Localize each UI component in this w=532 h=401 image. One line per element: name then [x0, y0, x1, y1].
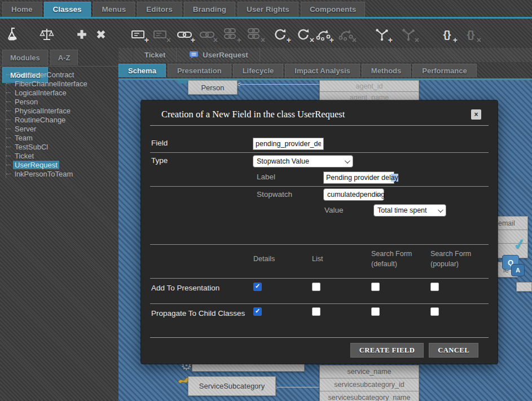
- create-field-button[interactable]: CREATE FIELD: [350, 343, 424, 358]
- delete-lifecycle-icon[interactable]: ×: [337, 25, 354, 44]
- compare-scales-icon[interactable]: [38, 25, 55, 44]
- tab-lifecycle[interactable]: Lifecycle: [233, 64, 284, 77]
- delete-linkset-icon[interactable]: ×: [246, 25, 263, 44]
- divider: [150, 186, 489, 187]
- sidebar-item-customercontract[interactable]: CustomerContract: [6, 70, 118, 79]
- tab-components[interactable]: Components: [301, 2, 366, 17]
- sidebar-item-team[interactable]: Team: [6, 133, 118, 142]
- divider: [150, 303, 489, 304]
- tab-performance[interactable]: Performance: [412, 64, 476, 77]
- test-flask-icon[interactable]: [5, 25, 21, 44]
- sidebar-item-fiberchannelinterface[interactable]: FiberChannelInterface: [6, 79, 118, 88]
- tab-impact-analysis[interactable]: Impact Analysis: [285, 64, 360, 77]
- type-label: Type: [151, 156, 168, 165]
- sidebar-item-userrequest[interactable]: UserRequest: [6, 160, 118, 169]
- tree-connector-icon: [6, 138, 11, 138]
- class-subtabs: SchemaPresentationLifecycleImpact Analys…: [118, 63, 532, 80]
- tab-menus[interactable]: Menus: [93, 2, 135, 17]
- field-row[interactable]: servicesubcategory_id: [320, 378, 419, 391]
- open-class-tabs: Ticket UserRequest: [118, 48, 532, 63]
- close-icon[interactable]: ×: [471, 109, 481, 120]
- divider: [150, 244, 489, 245]
- field-row[interactable]: servicesubcategory_name: [320, 391, 419, 401]
- stopwatch-select[interactable]: cumulatedpending: [323, 188, 384, 201]
- label-label: Label: [257, 173, 275, 181]
- sidebar-item-logicalinterface[interactable]: LogicalInterface: [6, 88, 118, 97]
- field-row[interactable]: service_name: [320, 365, 419, 378]
- partial-box[interactable]: [516, 282, 532, 292]
- tab-modules[interactable]: Modules: [2, 50, 48, 65]
- propagate-details-checkbox[interactable]: [253, 307, 262, 316]
- tree-connector-icon: [6, 111, 11, 111]
- add-class-icon[interactable]: +: [272, 25, 289, 44]
- person-class-box[interactable]: Person: [188, 80, 238, 95]
- label-input[interactable]: Pending provider delay: [323, 171, 394, 184]
- top-navigation: HomeClassesMenusEditorsBrandingUser Righ…: [0, 0, 532, 19]
- sidebar-item-server[interactable]: Server: [6, 124, 118, 133]
- tree-connector-icon: [6, 83, 11, 84]
- propagate-list-checkbox[interactable]: [312, 307, 320, 316]
- tree-connector-icon: [6, 165, 11, 165]
- type-select[interactable]: Stopwatch Value: [253, 155, 353, 168]
- delete-class-icon[interactable]: ×: [295, 25, 312, 44]
- delete-method-icon[interactable]: {} ×: [462, 25, 479, 44]
- sidebar-item-person[interactable]: Person: [6, 97, 118, 106]
- propagate-search-default-checkbox[interactable]: [371, 307, 380, 316]
- column-header-search-popular: Search Form (popular): [430, 249, 486, 269]
- tab-presentation[interactable]: Presentation: [168, 64, 231, 77]
- column-header-list: List: [312, 254, 367, 264]
- value-select[interactable]: Total time spent: [373, 204, 446, 217]
- sidebar-tabs: ModulesA-ZModified: [0, 48, 118, 67]
- class-tree: CustomerContract FiberChannelInterface L…: [6, 70, 118, 178]
- servicesubcategory-class-box[interactable]: ServiceSubcategory: [188, 376, 276, 396]
- tab-schema[interactable]: Schema: [118, 64, 166, 77]
- propagate-search-popular-checkbox[interactable]: [430, 307, 439, 316]
- add-link-icon[interactable]: +: [176, 25, 193, 44]
- divider: [150, 278, 489, 279]
- add-linkset-icon[interactable]: +: [222, 25, 239, 44]
- add-presentation-list-checkbox[interactable]: [312, 283, 320, 291]
- tab-classes[interactable]: Classes: [44, 2, 91, 17]
- sidebar-item-lnkpersontoteam[interactable]: lnkPersonToTeam: [6, 169, 118, 178]
- tree-connector-icon: [6, 147, 11, 147]
- delete-field-icon[interactable]: ×: [152, 25, 169, 44]
- tab-branding[interactable]: Branding: [184, 2, 235, 17]
- column-header-details: Details: [253, 254, 309, 264]
- stopwatch-label: Stopwatch: [257, 190, 292, 199]
- field-row[interactable]: email: [495, 217, 527, 230]
- doc-tab-ticket[interactable]: Ticket: [133, 48, 177, 62]
- tab-user-rights[interactable]: User Rights: [238, 2, 298, 17]
- add-lifecycle-icon[interactable]: +: [315, 25, 332, 44]
- add-method-icon[interactable]: {} +: [438, 25, 455, 44]
- tree-connector-icon: [6, 120, 11, 120]
- tree-connector-icon: [6, 92, 11, 93]
- delete-cross-icon[interactable]: [93, 25, 109, 44]
- sidebar-item-testsubcl[interactable]: TestSubCl: [6, 142, 118, 151]
- add-presentation-search-popular-checkbox[interactable]: [430, 283, 439, 291]
- partial-bar-box[interactable]: [192, 364, 305, 372]
- field-row[interactable]: agent_id: [320, 81, 419, 92]
- add-presentation-details-checkbox[interactable]: [253, 283, 262, 291]
- tab-methods[interactable]: Methods: [362, 64, 411, 77]
- add-relation-icon[interactable]: +: [373, 25, 390, 44]
- tab-a-z[interactable]: A-Z: [50, 50, 78, 65]
- service-fields-stack[interactable]: service_name servicesubcategory_id servi…: [319, 365, 419, 401]
- check-icon: ✓: [512, 235, 527, 254]
- agent-fields-stack[interactable]: agent_id agent_name: [319, 80, 419, 103]
- sidebar-item-ticket[interactable]: Ticket: [6, 151, 118, 160]
- sidebar-item-physicalinterface[interactable]: PhysicalInterface: [6, 106, 118, 115]
- column-header-search-default: Search Form (default): [371, 249, 427, 269]
- delete-relation-icon[interactable]: ×: [400, 25, 417, 44]
- delete-link-icon[interactable]: ×: [199, 25, 216, 44]
- add-presentation-search-default-checkbox[interactable]: [371, 283, 380, 291]
- tab-home[interactable]: Home: [2, 2, 42, 17]
- doc-tab-userrequest[interactable]: UserRequest: [177, 48, 260, 62]
- add-plus-icon[interactable]: [73, 25, 90, 44]
- sidebar-item-routinechange[interactable]: RoutineChange: [6, 115, 118, 124]
- field-input[interactable]: [253, 138, 324, 150]
- value-label: Value: [324, 206, 344, 214]
- cancel-button[interactable]: CANCEL: [429, 343, 478, 358]
- tab-editors[interactable]: Editors: [137, 2, 182, 17]
- add-field-icon[interactable]: +: [130, 25, 147, 44]
- tree-connector-icon: [6, 156, 11, 156]
